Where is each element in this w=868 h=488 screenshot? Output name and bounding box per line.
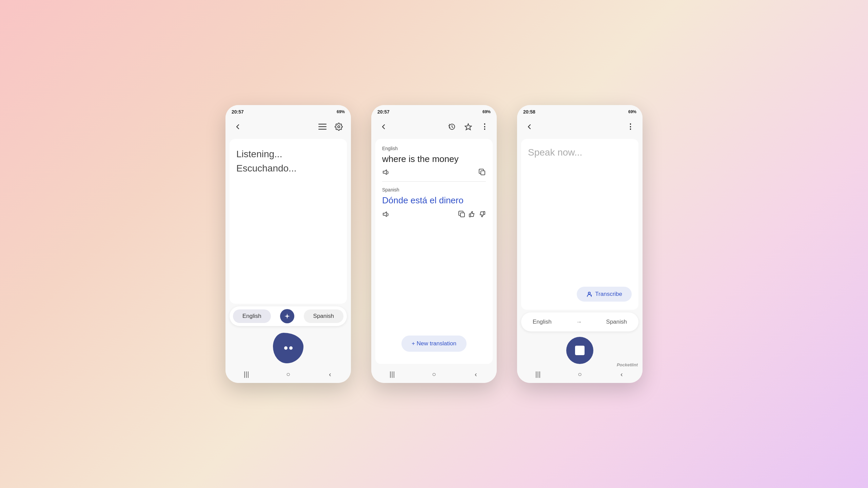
source-lang-label-2: English	[382, 146, 486, 151]
svg-rect-12	[484, 211, 485, 215]
transcribe-button-3[interactable]: Transcribe	[577, 287, 632, 302]
back-button-1[interactable]	[231, 120, 244, 134]
speaker-source-2[interactable]	[382, 168, 390, 176]
app-bar-2: ⋮	[371, 117, 497, 136]
battery-icon-2: 69%	[482, 109, 491, 114]
status-bar-3: 20:58 69%	[517, 105, 643, 117]
star-button-2[interactable]	[461, 120, 475, 134]
svg-rect-10	[460, 213, 465, 217]
language-bar-3: English → Spanish	[521, 312, 638, 331]
nav-recent-1[interactable]: |||	[240, 370, 253, 378]
nav-home-1[interactable]: ○	[281, 370, 295, 378]
lang-arrow-3: →	[576, 319, 582, 326]
mic-dot-1	[284, 346, 288, 350]
translation-result-2: English where is the money Spanis	[375, 139, 493, 364]
svg-marker-4	[284, 313, 290, 319]
mic-blob-1[interactable]	[273, 333, 303, 363]
nav-back-1[interactable]: ‹	[323, 370, 337, 378]
settings-button-1[interactable]	[332, 120, 346, 134]
app-bar-right-1	[316, 120, 346, 134]
app-bar-right-2: ⋮	[445, 120, 491, 134]
nav-home-3[interactable]: ○	[573, 370, 587, 378]
svg-point-13	[588, 292, 590, 294]
target-lang-label-2: Spanish	[382, 187, 486, 192]
sparkle-button-1[interactable]	[280, 309, 294, 323]
listening-line-2: Escuchando...	[236, 161, 340, 176]
source-text-2: where is the money	[382, 154, 486, 164]
stop-button-3[interactable]	[566, 337, 593, 364]
svg-rect-1	[318, 126, 327, 127]
mic-area-1	[225, 326, 351, 367]
back-button-3[interactable]	[522, 120, 536, 134]
status-time-2: 20:57	[377, 109, 390, 115]
status-icons-2: 69%	[482, 109, 491, 114]
divider-2	[382, 181, 486, 182]
thumbs-up-2[interactable]	[468, 210, 476, 218]
copy-source-2[interactable]	[478, 168, 486, 176]
speaker-target-2[interactable]	[382, 210, 390, 218]
mic-dot-2	[289, 346, 293, 350]
svg-rect-2	[318, 129, 327, 130]
mic-dots-1	[284, 346, 293, 350]
nav-recent-2[interactable]: |||	[386, 370, 399, 378]
new-translation-button-2[interactable]: + New translation	[401, 336, 467, 352]
stop-square-icon-3	[575, 346, 585, 355]
back-button-2[interactable]	[377, 120, 390, 134]
feedback-icons-2	[458, 210, 486, 218]
phones-container: 20:57 69%	[225, 105, 643, 383]
more-button-3[interactable]: ⋮	[624, 120, 637, 134]
status-time-1: 20:57	[232, 109, 244, 115]
nav-bar-2: ||| ○ ‹	[371, 367, 497, 383]
lang-english-btn-3[interactable]: English	[526, 315, 558, 329]
nav-back-3[interactable]: ‹	[615, 370, 628, 378]
status-time-3: 20:58	[523, 109, 535, 115]
nav-bar-1: ||| ○ ‹	[225, 367, 351, 383]
app-bar-3: ⋮	[517, 117, 643, 136]
svg-point-3	[338, 126, 340, 128]
lang-spanish-btn-3[interactable]: Spanish	[599, 315, 634, 329]
thumbs-down-2[interactable]	[478, 210, 486, 218]
listening-line-1: Listening...	[236, 147, 340, 161]
battery-icon-1: 69%	[337, 109, 345, 114]
copy-target-2[interactable]	[458, 210, 466, 218]
svg-marker-7	[383, 170, 387, 175]
more-button-2[interactable]: ⋮	[478, 120, 491, 134]
language-bar-1: English Spanish	[230, 306, 347, 326]
svg-marker-9	[383, 212, 387, 217]
phone-3: 20:58 69% ⋮ Speak now...	[517, 105, 643, 383]
status-bar-1: 20:57 69%	[225, 105, 351, 117]
speak-area-3: Speak now... Transcribe	[521, 139, 638, 310]
svg-rect-8	[481, 171, 485, 175]
translated-text-2: Dónde está el dinero	[382, 195, 486, 206]
battery-icon-3: 69%	[628, 109, 636, 114]
svg-rect-11	[469, 214, 471, 217]
svg-rect-0	[318, 124, 327, 125]
history-button-2[interactable]	[445, 120, 459, 134]
phone-2: 20:57 69%	[371, 105, 497, 383]
lang-spanish-btn-1[interactable]: Spanish	[304, 309, 343, 323]
lang-english-btn-1[interactable]: English	[233, 309, 271, 323]
translation-area-1: Listening... Escuchando...	[230, 139, 347, 304]
nav-bar-3: ||| ○ ‹	[517, 367, 643, 383]
app-bar-1	[225, 117, 351, 136]
status-icons-3: 69%	[628, 109, 636, 114]
svg-marker-6	[465, 124, 472, 130]
transcribe-btn-label-3: Transcribe	[595, 291, 622, 298]
pocketlint-watermark: Pocketlint	[617, 362, 638, 367]
status-bar-2: 20:57 69%	[371, 105, 497, 117]
nav-back-2[interactable]: ‹	[469, 370, 482, 378]
menu-button-1[interactable]	[316, 120, 329, 134]
nav-recent-3[interactable]: |||	[531, 370, 545, 378]
phone-1: 20:57 69%	[225, 105, 351, 383]
nav-home-2[interactable]: ○	[427, 370, 441, 378]
speak-placeholder-3: Speak now...	[528, 147, 632, 158]
translation-actions-2	[382, 210, 486, 218]
source-actions-2	[382, 168, 486, 176]
svg-point-14	[591, 295, 592, 296]
status-icons-1: 69%	[337, 109, 345, 114]
